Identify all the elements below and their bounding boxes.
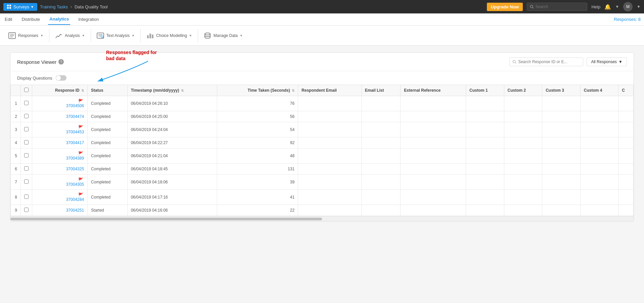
select-all-checkbox[interactable] — [24, 88, 29, 92]
toolbar-responses[interactable]: Responses ▼ — [3, 29, 48, 42]
row-response-id: 🚩37004389 — [32, 148, 88, 164]
toolbar-text-analysis-arrow[interactable]: ▼ — [132, 34, 135, 37]
nav-analytics[interactable]: Analytics — [48, 14, 70, 25]
table-row: 5 🚩37004389 Completed 06/04/2019 04:21:0… — [11, 148, 634, 164]
row-respondent-email — [298, 111, 362, 122]
header-email-list: Email List — [361, 85, 401, 96]
row-checkbox[interactable] — [24, 101, 29, 105]
row-time-taken: 22 — [217, 205, 298, 216]
toolbar-manage-data-arrow[interactable]: ▼ — [240, 34, 243, 37]
table-row: 9 37004251 Started 06/04/2019 04:16:06 2… — [11, 205, 634, 216]
row-time-taken: 41 — [217, 190, 298, 205]
header-time-taken[interactable]: Time Taken (Seconds) ⇅ — [217, 85, 298, 96]
sort-response-id[interactable]: ⇅ — [81, 89, 84, 92]
row-checkbox[interactable] — [24, 166, 29, 171]
global-search-input[interactable] — [535, 4, 582, 9]
row-custom2 — [504, 148, 542, 164]
nav-distribute[interactable]: Distribute — [20, 14, 41, 25]
row-checkbox[interactable] — [24, 114, 29, 118]
flag-icon: 🚩 — [78, 151, 83, 156]
response-id-link[interactable]: 37004325 — [36, 167, 84, 171]
row-email-list — [361, 137, 401, 148]
scrollbar-track — [10, 218, 322, 220]
row-custom2 — [504, 205, 542, 216]
display-questions-row: Display Questions Responses flagged forb… — [10, 71, 634, 85]
response-id-link[interactable]: 37004474 — [36, 114, 84, 119]
toolbar-manage-data-label: Manage Data — [214, 33, 238, 38]
row-checkbox-cell — [21, 148, 32, 164]
response-id-link[interactable]: 37004389 — [36, 156, 84, 161]
nav-edit[interactable]: Edit — [3, 14, 13, 25]
second-nav-left: Edit Distribute Analytics Integration — [3, 14, 100, 25]
row-custom4 — [580, 164, 618, 175]
row-checkbox[interactable] — [24, 194, 29, 199]
header-custom1: Custom 1 — [466, 85, 504, 96]
row-custom1 — [466, 190, 504, 205]
svg-line-20 — [515, 62, 516, 63]
surveys-caret-icon: ▼ — [31, 5, 34, 9]
flag-icon: 🚩 — [78, 125, 83, 130]
row-custom4 — [580, 148, 618, 164]
header-response-id[interactable]: Response ID ⇅ — [32, 85, 88, 96]
response-table-container: Response ID ⇅ Status Timestamp (mm/dd/yy… — [10, 85, 634, 216]
upgrade-button[interactable]: Upgrade Now — [487, 3, 523, 11]
row-checkbox[interactable] — [24, 127, 29, 131]
all-responses-filter[interactable]: All Responses ▼ — [587, 57, 627, 66]
row-custom2 — [504, 137, 542, 148]
row-checkbox[interactable] — [24, 208, 29, 212]
svg-rect-2 — [7, 7, 9, 9]
row-checkbox-cell — [21, 96, 32, 111]
row-checkbox[interactable] — [24, 179, 29, 184]
avatar-button[interactable]: M — [623, 2, 633, 11]
row-checkbox[interactable] — [24, 140, 29, 144]
header-external-ref: External Reference — [401, 85, 466, 96]
sort-time-taken[interactable]: ⇅ — [292, 89, 294, 92]
row-time-taken: 39 — [217, 175, 298, 190]
row-external-ref — [401, 137, 466, 148]
response-id-link[interactable]: 37004453 — [36, 130, 84, 134]
toolbar-choice-modelling[interactable]: Choice Modelling ▼ — [141, 29, 197, 42]
row-checkbox-cell — [21, 190, 32, 205]
row-time-taken: 131 — [217, 164, 298, 175]
toolbar-manage-data[interactable]: Manage Data ▼ — [199, 29, 248, 42]
toolbar-text-analysis[interactable]: Text Analysis ▼ — [92, 29, 140, 42]
help-link[interactable]: Help — [591, 4, 600, 9]
row-num: 1 — [11, 96, 21, 111]
response-id-link[interactable]: 37004305 — [36, 182, 84, 187]
response-id-link[interactable]: 37004506 — [36, 103, 84, 108]
row-email-list — [361, 148, 401, 164]
row-c — [618, 148, 634, 164]
notif-dropdown-arrow[interactable]: ▼ — [615, 4, 619, 9]
row-checkbox[interactable] — [24, 153, 29, 158]
display-questions-toggle[interactable] — [56, 75, 66, 81]
nav-integration[interactable]: Integration — [77, 14, 100, 25]
second-nav: Edit Distribute Analytics Integration Re… — [0, 13, 644, 26]
row-custom1 — [466, 205, 504, 216]
sort-timestamp[interactable]: ⇅ — [181, 89, 184, 92]
row-timestamp: 06/04/2019 04:17:16 — [127, 190, 217, 205]
toolbar-responses-arrow[interactable]: ▼ — [40, 34, 43, 37]
row-checkbox-cell — [21, 122, 32, 137]
response-search-input[interactable] — [518, 59, 579, 64]
surveys-dropdown-button[interactable]: Surveys ▼ — [3, 3, 37, 11]
viewer-header: Response Viewer ? All Responses ▼ — [10, 53, 634, 71]
row-custom4 — [580, 175, 618, 190]
toolbar-choice-modelling-arrow[interactable]: ▼ — [189, 34, 192, 37]
table-body: 1 🚩37004506 Completed 06/04/2019 04:26:1… — [11, 96, 634, 216]
header-timestamp[interactable]: Timestamp (mm/dd/yyyy) ⇅ — [127, 85, 217, 96]
row-checkbox-cell — [21, 175, 32, 190]
row-external-ref — [401, 164, 466, 175]
toolbar-analysis[interactable]: Analysis ▼ — [50, 29, 90, 42]
table-scrollbar[interactable] — [10, 216, 634, 221]
svg-point-18 — [205, 33, 210, 35]
training-tasks-link[interactable]: Training Tasks — [40, 4, 68, 9]
avatar-dropdown-arrow[interactable]: ▼ — [637, 4, 641, 9]
response-id-link[interactable]: 37004251 — [36, 208, 84, 213]
response-id-link[interactable]: 37004417 — [36, 140, 84, 145]
notifications-button[interactable]: 🔔 — [604, 4, 611, 10]
toolbar-analysis-arrow[interactable]: ▼ — [82, 34, 85, 37]
response-id-link[interactable]: 37004284 — [36, 197, 84, 202]
svg-point-4 — [531, 5, 533, 8]
row-num: 5 — [11, 148, 21, 164]
viewer-help-icon[interactable]: ? — [58, 59, 64, 64]
